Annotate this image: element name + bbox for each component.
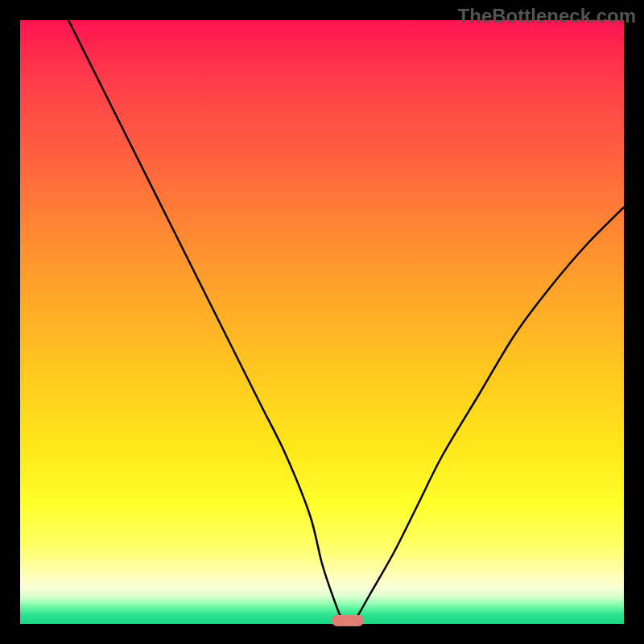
watermark-text: TheBottleneck.com: [458, 5, 636, 27]
minimum-marker: [332, 615, 364, 626]
plot-area: [20, 20, 624, 624]
bottleneck-curve: [68, 20, 624, 623]
curve-svg: [20, 20, 624, 624]
chart-container: TheBottleneck.com: [0, 0, 644, 644]
